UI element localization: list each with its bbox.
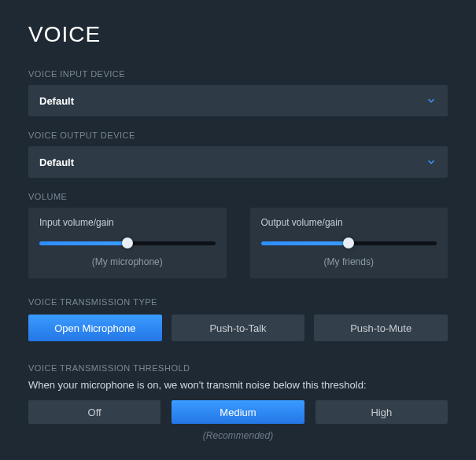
threshold-label: VOICE TRANSMISSION THRESHOLD xyxy=(28,363,448,373)
threshold-high-button[interactable]: High xyxy=(315,400,448,424)
volume-row: Input volume/gain (My microphone) Output… xyxy=(28,208,448,278)
output-device-label: VOICE OUTPUT DEVICE xyxy=(28,131,448,140)
threshold-row: Off Medium High xyxy=(28,400,448,424)
output-device-dropdown[interactable]: Default xyxy=(28,146,448,178)
input-device-value: Default xyxy=(39,95,74,107)
transmission-push-to-talk-button[interactable]: Push-to-Talk xyxy=(172,315,305,341)
output-device-value: Default xyxy=(39,156,74,168)
threshold-medium-button[interactable]: Medium xyxy=(172,400,304,424)
input-volume-fill xyxy=(39,241,127,245)
volume-label: VOLUME xyxy=(28,192,448,201)
input-volume-caption: (My microphone) xyxy=(39,256,216,267)
transmission-type-label: VOICE TRANSMISSION TYPE xyxy=(28,297,448,307)
input-volume-slider[interactable] xyxy=(39,237,216,248)
output-volume-caption: (My friends) xyxy=(261,256,437,267)
transmission-push-to-mute-button[interactable]: Push-to-Mute xyxy=(314,315,448,341)
input-volume-box: Input volume/gain (My microphone) xyxy=(28,208,227,278)
output-volume-slider[interactable] xyxy=(261,237,437,248)
threshold-off-button[interactable]: Off xyxy=(28,400,161,424)
input-device-label: VOICE INPUT DEVICE xyxy=(28,69,448,79)
voice-settings-panel: VOICE VOICE INPUT DEVICE Default VOICE O… xyxy=(0,0,476,441)
output-volume-title: Output volume/gain xyxy=(261,217,437,228)
chevron-down-icon xyxy=(426,95,437,106)
transmission-type-row: Open Microphone Push-to-Talk Push-to-Mut… xyxy=(28,315,448,341)
input-volume-title: Input volume/gain xyxy=(39,217,216,228)
input-volume-thumb[interactable] xyxy=(122,237,133,248)
threshold-recommended: (Recommended) xyxy=(28,430,448,441)
page-title: VOICE xyxy=(28,22,448,47)
chevron-down-icon xyxy=(426,156,437,167)
input-device-dropdown[interactable]: Default xyxy=(28,85,448,116)
threshold-description: When your microphone is on, we won't tra… xyxy=(28,379,448,391)
output-volume-fill xyxy=(261,241,349,245)
output-volume-thumb[interactable] xyxy=(343,237,354,248)
output-volume-box: Output volume/gain (My friends) xyxy=(250,208,448,278)
transmission-open-mic-button[interactable]: Open Microphone xyxy=(28,315,162,341)
